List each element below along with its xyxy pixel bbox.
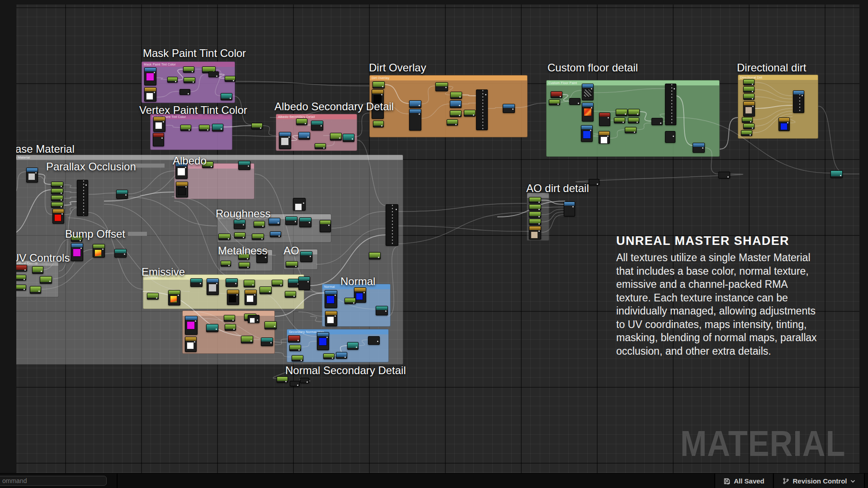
graph-node-tall[interactable]: [77, 180, 88, 216]
node-output-pin[interactable]: [591, 88, 592, 89]
graph-node-green[interactable]: [251, 123, 263, 129]
graph-node-tex[interactable]: [185, 316, 198, 335]
graph-node-teal[interactable]: [206, 324, 218, 332]
all-saved-button[interactable]: All Saved: [715, 474, 773, 488]
node-output-pin[interactable]: [243, 224, 244, 225]
graph-node-dark[interactable]: [248, 315, 259, 323]
node-output-pin[interactable]: [339, 137, 340, 139]
graph-node-green[interactable]: [628, 109, 640, 116]
node-output-pin[interactable]: [305, 123, 306, 124]
graph-node-green[interactable]: [447, 119, 458, 126]
graph-node-tall[interactable]: [476, 89, 488, 130]
node-output-pin[interactable]: [335, 315, 336, 317]
node-output-pin[interactable]: [637, 113, 638, 115]
graph-node-green[interactable]: [285, 291, 296, 298]
node-output-pin[interactable]: [459, 115, 460, 116]
node-output-pin[interactable]: [396, 209, 397, 210]
graph-node-teal[interactable]: [376, 306, 388, 315]
graph-node-green[interactable]: [625, 127, 637, 133]
graph-node-red[interactable]: [153, 133, 164, 146]
graph-node-dark[interactable]: [179, 89, 190, 95]
node-output-pin[interactable]: [538, 223, 540, 225]
node-output-pin[interactable]: [802, 95, 803, 96]
node-output-pin[interactable]: [216, 283, 217, 284]
graph-node-teal[interactable]: [830, 170, 843, 178]
node-output-pin[interactable]: [608, 117, 609, 118]
graph-node-green[interactable]: [147, 293, 159, 300]
node-output-pin[interactable]: [85, 184, 87, 186]
graph-node-green[interactable]: [93, 244, 105, 258]
node-output-pin[interactable]: [38, 291, 40, 292]
graph-node-yellow[interactable]: [52, 209, 64, 224]
node-output-pin[interactable]: [752, 98, 753, 99]
node-output-pin[interactable]: [352, 138, 353, 140]
node-output-pin[interactable]: [175, 81, 176, 82]
graph-node-green[interactable]: [743, 94, 755, 100]
node-output-pin[interactable]: [236, 294, 238, 296]
graph-node-green[interactable]: [239, 262, 250, 268]
node-output-pin[interactable]: [787, 122, 788, 123]
node-output-pin[interactable]: [419, 105, 420, 106]
graph-node-blue[interactable]: [450, 100, 462, 108]
node-output-pin[interactable]: [163, 121, 164, 122]
graph-node-teal[interactable]: [190, 278, 203, 287]
graph-node-green[interactable]: [529, 219, 541, 225]
graph-node-green[interactable]: [15, 285, 26, 291]
node-output-pin[interactable]: [250, 340, 252, 342]
graph-node-green[interactable]: [184, 77, 195, 83]
graph-node-tex[interactable]: [582, 84, 594, 100]
node-output-pin[interactable]: [297, 340, 299, 341]
node-output-pin[interactable]: [285, 381, 287, 382]
node-output-pin[interactable]: [625, 113, 626, 115]
graph-node-green[interactable]: [225, 324, 236, 331]
node-output-pin[interactable]: [232, 319, 234, 321]
node-output-pin[interactable]: [233, 328, 235, 330]
graph-node-tex[interactable]: [207, 278, 219, 295]
graph-node-blue[interactable]: [409, 100, 421, 108]
graph-node-green[interactable]: [320, 220, 331, 232]
node-output-pin[interactable]: [321, 125, 322, 127]
graph-node-teal[interactable]: [347, 342, 359, 350]
node-output-pin[interactable]: [41, 271, 42, 272]
graph-node-blue[interactable]: [503, 104, 515, 113]
graph-node-teal[interactable]: [221, 93, 232, 100]
revision-control-button[interactable]: Revision Control: [774, 474, 864, 488]
node-output-pin[interactable]: [261, 238, 263, 239]
node-output-pin[interactable]: [269, 291, 270, 292]
graph-node-green[interactable]: [529, 197, 541, 203]
node-output-pin[interactable]: [578, 103, 579, 104]
node-output-pin[interactable]: [207, 129, 208, 131]
node-output-pin[interactable]: [248, 165, 249, 167]
node-output-pin[interactable]: [512, 108, 514, 110]
node-output-pin[interactable]: [363, 292, 365, 293]
graph-node-yellow[interactable]: [778, 117, 790, 131]
node-output-pin[interactable]: [260, 127, 261, 129]
node-output-pin[interactable]: [591, 107, 592, 108]
node-output-pin[interactable]: [257, 319, 258, 321]
node-output-pin[interactable]: [353, 302, 354, 304]
node-output-pin[interactable]: [623, 122, 624, 123]
graph-node-dark[interactable]: [718, 172, 730, 178]
node-output-pin[interactable]: [102, 249, 104, 250]
graph-node-tex[interactable]: [279, 132, 291, 149]
node-output-pin[interactable]: [307, 381, 308, 383]
node-output-pin[interactable]: [156, 297, 157, 299]
graph-node-green[interactable]: [30, 286, 41, 294]
graph-node-green[interactable]: [743, 86, 755, 93]
graph-node-blue[interactable]: [270, 231, 281, 237]
node-output-pin[interactable]: [228, 265, 230, 266]
graph-node-yellow[interactable]: [185, 337, 197, 352]
node-output-pin[interactable]: [377, 341, 378, 342]
graph-node-teal[interactable]: [298, 277, 310, 290]
node-output-pin[interactable]: [307, 281, 309, 282]
node-output-pin[interactable]: [303, 202, 304, 204]
node-output-pin[interactable]: [557, 103, 559, 105]
graph-node-yellow[interactable]: [144, 87, 156, 102]
graph-node-green[interactable]: [616, 109, 627, 116]
node-output-pin[interactable]: [295, 266, 297, 267]
node-output-pin[interactable]: [295, 221, 296, 222]
node-output-pin[interactable]: [750, 134, 751, 136]
graph-node-green[interactable]: [40, 276, 52, 284]
graph-node-yellow[interactable]: [529, 226, 541, 239]
graph-node-red[interactable]: [15, 265, 27, 272]
